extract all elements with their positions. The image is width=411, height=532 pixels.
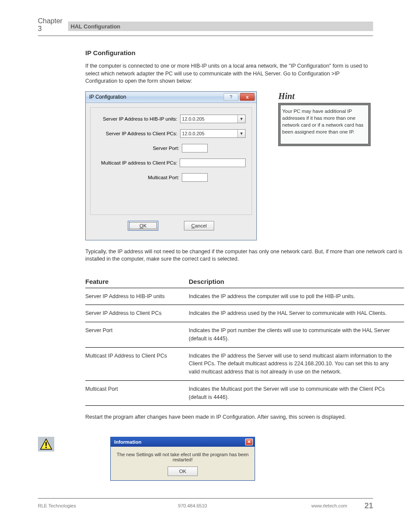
hint-block: Hint Your PC may have additional IP addr… bbox=[278, 91, 371, 146]
info-title: Information bbox=[114, 439, 245, 445]
label-server-ip-clients: Server IP Address to Client PCs: bbox=[97, 131, 180, 136]
combo-server-ip-hib-value: 12.0.0.205 bbox=[181, 116, 237, 121]
input-server-port[interactable] bbox=[182, 144, 208, 152]
label-multicast-ip: Multicast IP address to Client PCs: bbox=[97, 160, 180, 165]
footer-url: www.rletech.com bbox=[278, 503, 347, 508]
page-root: Chapter 3 HAL Configuration IP Configura… bbox=[0, 0, 411, 528]
cell-feature: Multicast IP Address to Client PCs bbox=[85, 347, 189, 380]
hint-box: Your PC may have additional IP addresses… bbox=[278, 103, 371, 146]
cell-feature: Multicast Port bbox=[85, 380, 189, 406]
cell-feature: Server Port bbox=[85, 322, 189, 348]
dialog-titlebar: IP Configuration ? x bbox=[86, 92, 256, 103]
input-multicast-ip[interactable] bbox=[180, 159, 246, 167]
caution-row: Information ✕ The new Settings will not … bbox=[38, 437, 373, 481]
help-button[interactable]: ? bbox=[224, 93, 238, 101]
dialog-button-row: OK Cancel bbox=[90, 215, 252, 236]
chapter-label: Chapter 3 bbox=[38, 17, 68, 35]
table-row: Server IP Address to Client PCs Indicate… bbox=[85, 305, 404, 322]
dialog-body: Server IP Address to HIB-IP units: 12.0.… bbox=[86, 103, 256, 240]
chapter-title: HAL Configuration bbox=[68, 22, 373, 31]
page-footer: RLE Technologies 970.484.6510 www.rletec… bbox=[38, 498, 373, 510]
warning-icon bbox=[38, 437, 54, 451]
close-icon[interactable]: ✕ bbox=[245, 439, 253, 445]
combo-server-ip-clients[interactable]: 12.0.0.205 ▼ bbox=[180, 129, 246, 138]
cell-description: Indicates the IP address the computer wi… bbox=[189, 288, 404, 305]
page-number: 21 bbox=[347, 501, 373, 510]
hint-label: Hint bbox=[278, 91, 371, 101]
info-message: The new Settings will not take efect unt… bbox=[115, 452, 250, 462]
label-server-port: Server Port: bbox=[97, 146, 182, 151]
parameter-table: Feature Description Server IP Address to… bbox=[85, 275, 404, 406]
footer-phone: 970.484.6510 bbox=[107, 503, 278, 508]
ip-config-dialog: IP Configuration ? x Server IP Address t… bbox=[85, 91, 257, 240]
information-dialog: Information ✕ The new Settings will not … bbox=[110, 437, 255, 481]
table-row: Multicast Port Indicates the Multicast p… bbox=[85, 380, 404, 406]
cell-description: Indicates the IP address the Server will… bbox=[189, 347, 404, 380]
label-multicast-port: Multicast Port: bbox=[97, 175, 182, 180]
table-header-feature: Feature bbox=[85, 275, 189, 288]
page-header: Chapter 3 HAL Configuration bbox=[38, 17, 373, 36]
svg-rect-1 bbox=[46, 442, 47, 446]
table-header-description: Description bbox=[189, 275, 404, 288]
table-row: Multicast IP Address to Client PCs Indic… bbox=[85, 347, 404, 380]
close-button[interactable]: x bbox=[240, 93, 255, 101]
ok-button[interactable]: OK bbox=[128, 221, 158, 230]
dialog-title: IP Configuration bbox=[89, 94, 222, 100]
svg-rect-2 bbox=[46, 447, 47, 448]
closing-paragraph-2: Restart the program after changes have b… bbox=[85, 414, 404, 421]
section-heading: IP Configuration bbox=[85, 49, 373, 56]
input-multicast-port[interactable] bbox=[182, 173, 208, 182]
cell-description: Indicates the IP address used by the HAL… bbox=[189, 305, 404, 322]
cell-description: Indicates the Multicast port the Server … bbox=[189, 380, 404, 406]
cell-feature: Server IP Address to Client PCs bbox=[85, 305, 189, 322]
info-titlebar: Information ✕ bbox=[111, 437, 255, 447]
intro-paragraph: If the computer is connected to one or m… bbox=[85, 62, 373, 85]
cell-description: Indicates the IP port number the clients… bbox=[189, 322, 404, 348]
label-server-ip-hib: Server IP Address to HIB-IP units: bbox=[97, 116, 180, 121]
cell-feature: Server IP Address to HIB-IP units bbox=[85, 288, 189, 305]
chevron-down-icon: ▼ bbox=[237, 130, 245, 137]
closing-paragraph-1: Typically, the IP address will not need … bbox=[85, 248, 404, 263]
footer-left: RLE Technologies bbox=[38, 503, 107, 508]
combo-server-ip-hib[interactable]: 12.0.0.205 ▼ bbox=[180, 115, 246, 123]
chevron-down-icon: ▼ bbox=[237, 115, 245, 123]
table-row: Server IP Address to HIB-IP units Indica… bbox=[85, 288, 404, 305]
dialog-panel: Server IP Address to HIB-IP units: 12.0.… bbox=[90, 107, 252, 215]
info-ok-button[interactable]: OK bbox=[168, 467, 198, 476]
figure-area: IP Configuration ? x Server IP Address t… bbox=[85, 91, 373, 240]
cancel-button[interactable]: Cancel bbox=[184, 221, 214, 230]
info-body: The new Settings will not take efect unt… bbox=[111, 447, 255, 480]
table-row: Server Port Indicates the IP port number… bbox=[85, 322, 404, 348]
combo-server-ip-clients-value: 12.0.0.205 bbox=[181, 131, 237, 136]
